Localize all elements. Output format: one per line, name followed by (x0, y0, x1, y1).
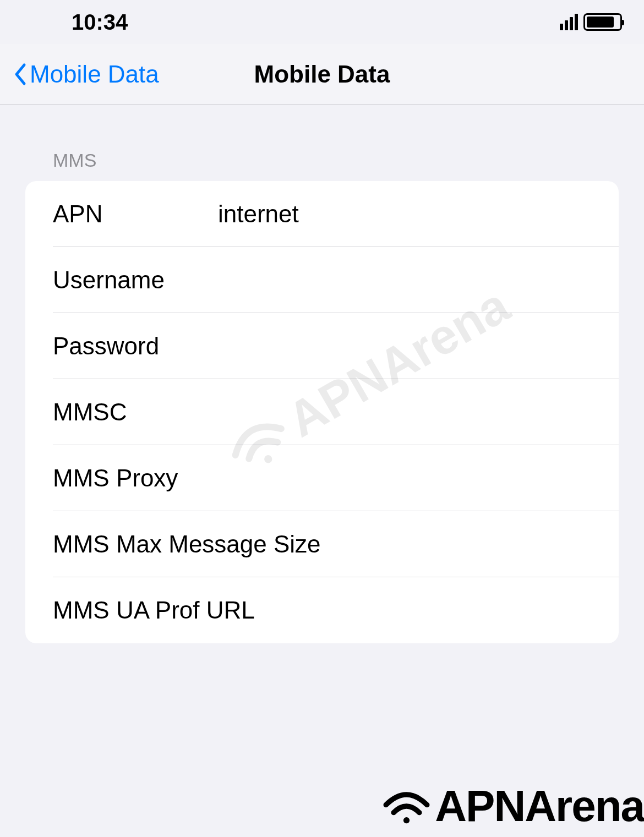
row-mms-max-size[interactable]: MMS Max Message Size (25, 511, 619, 577)
label-mms-proxy: MMS Proxy (53, 464, 218, 492)
row-apn[interactable]: APN (25, 181, 619, 247)
section-header-mms: MMS (25, 105, 619, 181)
footer-text: APNArena (435, 781, 644, 831)
input-mms-max-size[interactable] (591, 530, 619, 558)
label-apn: APN (53, 200, 218, 228)
row-mmsc[interactable]: MMSC (25, 379, 619, 445)
row-password[interactable]: Password (25, 313, 619, 379)
label-mmsc: MMSC (53, 398, 218, 426)
row-username[interactable]: Username (25, 247, 619, 313)
content-area: MMS APN Username Password MMSC MMS Proxy… (0, 105, 644, 643)
label-mms-max-size: MMS Max Message Size (53, 530, 591, 558)
back-label: Mobile Data (30, 61, 159, 88)
battery-icon (583, 13, 622, 31)
wifi-icon (380, 787, 433, 825)
chevron-left-icon (13, 63, 26, 86)
label-mms-ua-prof: MMS UA Prof URL (53, 597, 591, 624)
page-title: Mobile Data (254, 61, 390, 88)
settings-group: APN Username Password MMSC MMS Proxy MMS… (25, 181, 619, 643)
label-username: Username (53, 266, 218, 294)
input-password[interactable] (218, 332, 591, 360)
input-mmsc[interactable] (218, 398, 591, 426)
svg-point-1 (403, 817, 410, 823)
label-password: Password (53, 332, 218, 360)
input-mms-ua-prof[interactable] (591, 597, 619, 624)
input-apn[interactable] (218, 200, 591, 228)
input-mms-proxy[interactable] (218, 464, 591, 492)
nav-bar: Mobile Data Mobile Data (0, 44, 644, 105)
back-button[interactable]: Mobile Data (13, 61, 159, 88)
footer-logo: APNArena (380, 781, 644, 831)
row-mms-proxy[interactable]: MMS Proxy (25, 445, 619, 511)
status-time: 10:34 (72, 10, 128, 35)
status-bar: 10:34 (0, 0, 644, 44)
status-icons (560, 13, 622, 31)
row-mms-ua-prof[interactable]: MMS UA Prof URL (25, 577, 619, 643)
input-username[interactable] (218, 266, 591, 294)
signal-icon (560, 14, 578, 30)
